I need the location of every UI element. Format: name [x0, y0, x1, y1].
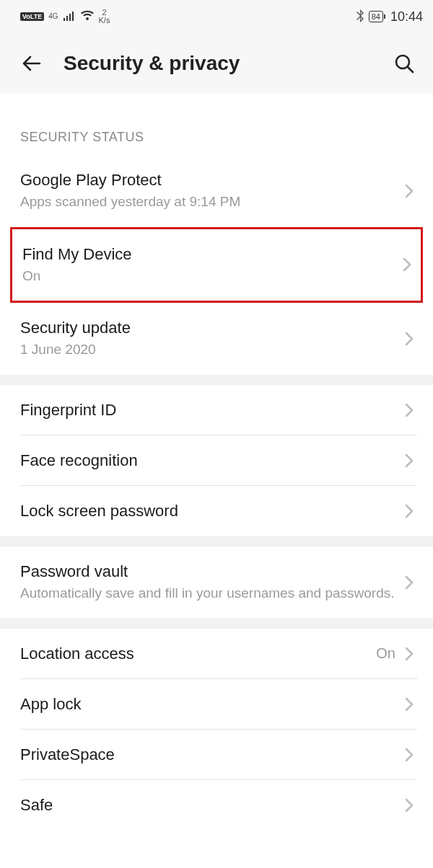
chevron-right-icon: [401, 183, 417, 199]
volte-badge: VoLTE: [20, 12, 44, 21]
clock: 10:44: [390, 9, 423, 25]
back-arrow-icon: [21, 53, 43, 74]
app-header: Security & privacy: [0, 33, 433, 94]
row-value: On: [376, 645, 395, 662]
back-button[interactable]: [17, 49, 46, 78]
row-title: Google Play Protect: [20, 171, 401, 190]
row-fingerprint-id[interactable]: Fingerprint ID: [0, 385, 433, 435]
chevron-right-icon: [401, 747, 417, 763]
row-title: Password vault: [20, 562, 401, 581]
chevron-right-icon: [401, 575, 417, 590]
row-subtitle: On: [22, 267, 399, 285]
status-right: 84 10:44: [356, 9, 423, 25]
section-divider: [0, 536, 433, 546]
battery-indicator: 84: [369, 11, 383, 22]
chevron-right-icon: [401, 453, 417, 469]
row-subtitle: Automatically save and fill in your user…: [20, 584, 401, 603]
chevron-right-icon: [401, 503, 417, 519]
row-lock-screen-password[interactable]: Lock screen password: [0, 486, 433, 536]
row-safe[interactable]: Safe: [0, 780, 433, 831]
row-password-vault[interactable]: Password vault Automatically save and fi…: [0, 546, 433, 619]
row-title: Lock screen password: [20, 502, 401, 521]
page-title: Security & privacy: [64, 52, 372, 75]
search-button[interactable]: [390, 49, 419, 78]
chevron-right-icon: [401, 797, 417, 813]
row-location-access[interactable]: Location access On: [0, 629, 433, 679]
row-google-play-protect[interactable]: Google Play Protect Apps scanned yesterd…: [0, 155, 433, 227]
row-find-my-device[interactable]: Find My Device On: [12, 229, 421, 301]
chevron-right-icon: [401, 331, 417, 347]
row-title: Safe: [20, 796, 401, 815]
network-type: 4G: [48, 13, 58, 20]
wifi-icon: [80, 10, 95, 24]
row-title: Fingerprint ID: [20, 401, 401, 420]
signal-icon: [63, 12, 76, 22]
search-icon: [393, 53, 415, 74]
row-title: Security update: [20, 319, 401, 337]
section-divider: [0, 619, 433, 629]
data-rate: 2 K/s: [99, 9, 110, 25]
section-header-security-status: SECURITY STATUS: [0, 94, 433, 155]
chevron-right-icon: [401, 696, 417, 712]
bluetooth-icon: [356, 9, 364, 25]
highlight-find-my-device: Find My Device On: [10, 227, 423, 304]
row-title: Find My Device: [22, 245, 399, 264]
chevron-right-icon: [401, 402, 417, 418]
chevron-right-icon: [401, 646, 417, 662]
row-title: App lock: [20, 695, 401, 714]
row-face-recognition[interactable]: Face recognition: [0, 435, 433, 486]
row-app-lock[interactable]: App lock: [0, 679, 433, 730]
row-title: PrivateSpace: [20, 745, 401, 764]
row-title: Location access: [20, 645, 376, 663]
row-subtitle: Apps scanned yesterday at 9:14 PM: [20, 192, 401, 211]
status-bar: VoLTE 4G 2 K/s 84 10:44: [0, 0, 433, 33]
chevron-right-icon: [399, 257, 415, 273]
row-subtitle: 1 June 2020: [20, 340, 401, 359]
row-private-space[interactable]: PrivateSpace: [0, 730, 433, 780]
status-left: VoLTE 4G 2 K/s: [20, 9, 110, 25]
row-title: Face recognition: [20, 451, 401, 470]
row-security-update[interactable]: Security update 1 June 2020: [0, 303, 433, 375]
section-divider: [0, 375, 433, 385]
